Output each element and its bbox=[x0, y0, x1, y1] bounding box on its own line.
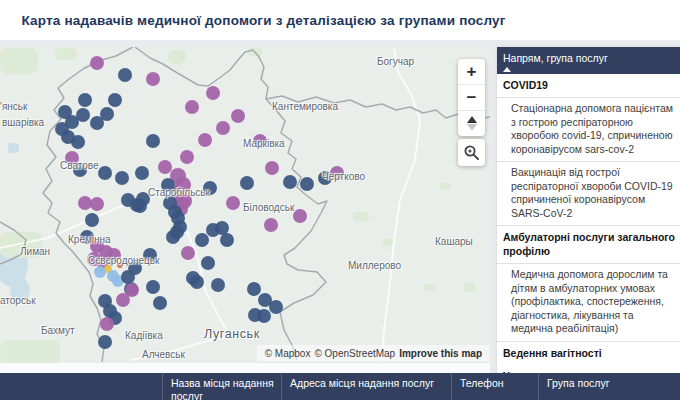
osm-link[interactable]: © OpenStreetMap bbox=[314, 348, 395, 359]
map-point[interactable] bbox=[90, 197, 104, 211]
service-item-row[interactable]: Вакцинація від гострої респіраторної хво… bbox=[497, 161, 680, 225]
map-point[interactable] bbox=[300, 177, 314, 191]
map-point[interactable] bbox=[135, 166, 149, 180]
map-point[interactable] bbox=[130, 198, 144, 212]
map-place-label: 'янськ bbox=[0, 101, 27, 112]
map-place-label: Луганськ bbox=[204, 327, 260, 341]
map-point[interactable] bbox=[98, 166, 112, 180]
map-point[interactable] bbox=[264, 218, 278, 232]
service-group-row[interactable]: Амбулаторні послуги загального профілю bbox=[497, 225, 680, 263]
map-point[interactable] bbox=[231, 109, 245, 123]
map-place-label: Сєвєродонецьк bbox=[88, 255, 159, 266]
map-point[interactable] bbox=[180, 150, 194, 164]
table-column-header[interactable]: Назва місця надання послуг bbox=[162, 373, 281, 400]
map-point[interactable] bbox=[201, 256, 215, 270]
map-place-label: вшарівка bbox=[2, 117, 44, 128]
map-point[interactable] bbox=[220, 233, 234, 247]
map-point[interactable] bbox=[94, 266, 106, 278]
magnifier-icon bbox=[463, 144, 480, 161]
map-place-label: Кремінна bbox=[68, 234, 111, 245]
map-point[interactable] bbox=[283, 175, 297, 189]
service-group-row[interactable]: COVID19 bbox=[497, 74, 680, 97]
map-point[interactable] bbox=[240, 176, 254, 190]
map-point[interactable] bbox=[166, 230, 180, 244]
table-header: Назва місця надання послугАдреса місця н… bbox=[0, 373, 680, 400]
map-point[interactable] bbox=[247, 282, 261, 296]
map-point[interactable] bbox=[146, 72, 160, 86]
map-point[interactable] bbox=[115, 171, 129, 185]
map-search-button[interactable] bbox=[458, 139, 485, 166]
service-group-panel: Напрям, група послуг COVID19Стаціонарна … bbox=[497, 47, 680, 388]
map-attribution: © Mapbox © OpenStreetMap Improve this ma… bbox=[257, 345, 490, 361]
compass-north-icon bbox=[467, 116, 477, 123]
improve-map-link[interactable]: Improve this map bbox=[399, 348, 482, 359]
service-group-list: COVID19Стаціонарна допомога пацієнтам з … bbox=[497, 74, 680, 388]
panel-header-label: Напрям, група послуг bbox=[503, 52, 608, 64]
map-point[interactable] bbox=[146, 134, 160, 148]
map-point[interactable] bbox=[90, 116, 104, 130]
plus-icon: + bbox=[467, 62, 477, 82]
map-place-label: Чертково bbox=[322, 171, 365, 182]
mapbox-link[interactable]: © Mapbox bbox=[265, 348, 311, 359]
map-point[interactable] bbox=[146, 280, 160, 294]
map-point[interactable] bbox=[226, 196, 240, 210]
zoom-in-button[interactable]: + bbox=[458, 59, 485, 84]
map-point[interactable] bbox=[108, 93, 122, 107]
map-point[interactable] bbox=[185, 100, 199, 114]
table-column-header[interactable]: Адреса місця надання послуг bbox=[281, 373, 451, 400]
map-point[interactable] bbox=[90, 56, 104, 70]
map-place-label: Алчевськ bbox=[142, 349, 185, 360]
map-place-label: Старобільськ bbox=[148, 187, 210, 198]
map-zoom-controls: + − bbox=[458, 59, 485, 136]
map-point[interactable] bbox=[153, 296, 167, 310]
map-gap bbox=[0, 363, 490, 373]
map-place-label: Богучар bbox=[377, 56, 414, 67]
map-point[interactable] bbox=[100, 317, 114, 331]
service-item-row[interactable]: Стаціонарна допомога пацієнтам з гострою… bbox=[497, 97, 680, 161]
map-point[interactable] bbox=[195, 233, 209, 247]
table-column-header[interactable]: Телефон bbox=[451, 373, 538, 400]
zoom-out-button[interactable]: − bbox=[458, 84, 485, 110]
minus-icon: − bbox=[467, 88, 477, 108]
map-place-label: Кадіївка bbox=[125, 330, 163, 341]
map[interactable]: БогучарКантемировка'янськвшарівкаМарківк… bbox=[0, 47, 490, 363]
table-column-header[interactable] bbox=[0, 373, 162, 400]
sort-ascending-icon bbox=[503, 67, 511, 72]
map-place-label: аторськ bbox=[0, 295, 36, 306]
page-title: Карта надавачів медичної допомоги з дета… bbox=[21, 13, 505, 28]
map-point[interactable] bbox=[216, 121, 230, 135]
map-point[interactable] bbox=[181, 246, 195, 260]
map-point[interactable] bbox=[85, 213, 99, 227]
map-point[interactable] bbox=[78, 93, 92, 107]
map-place-label: Сватове bbox=[60, 160, 99, 171]
service-group-row[interactable]: Ведення вагітності bbox=[497, 341, 680, 365]
map-point[interactable] bbox=[118, 68, 132, 82]
map-place-label: Кашары bbox=[435, 236, 473, 247]
map-point[interactable] bbox=[265, 161, 279, 175]
compass-south-icon bbox=[467, 124, 477, 131]
map-point[interactable] bbox=[116, 293, 130, 307]
map-point[interactable] bbox=[98, 335, 112, 349]
map-place-label: Біловодськ bbox=[243, 202, 294, 213]
compass-button[interactable] bbox=[458, 110, 485, 136]
table-column-header[interactable]: Група послуг bbox=[538, 373, 680, 400]
map-point[interactable] bbox=[269, 300, 283, 314]
map-point[interactable] bbox=[211, 278, 225, 292]
map-point[interactable] bbox=[198, 133, 212, 147]
map-place-label: Лиман bbox=[20, 246, 50, 257]
service-item-row[interactable]: Медична допомога дорослим та дітям в амб… bbox=[497, 263, 680, 341]
map-point[interactable] bbox=[71, 135, 85, 149]
map-point[interactable] bbox=[293, 209, 307, 223]
map-place-label: Бахмут bbox=[41, 325, 75, 336]
map-place-label: Миллерово bbox=[348, 260, 401, 271]
map-point[interactable] bbox=[190, 275, 204, 289]
map-place-label: Марківка bbox=[243, 138, 285, 149]
title-bar: Карта надавачів медичної допомоги з дета… bbox=[0, 0, 527, 40]
map-point[interactable] bbox=[257, 309, 271, 323]
map-place-label: Кантемировка bbox=[272, 101, 338, 112]
panel-sort-header[interactable]: Напрям, група послуг bbox=[497, 47, 680, 74]
map-point[interactable] bbox=[206, 86, 220, 100]
dashboard: Карта надавачів медичної допомоги з дета… bbox=[0, 0, 680, 400]
